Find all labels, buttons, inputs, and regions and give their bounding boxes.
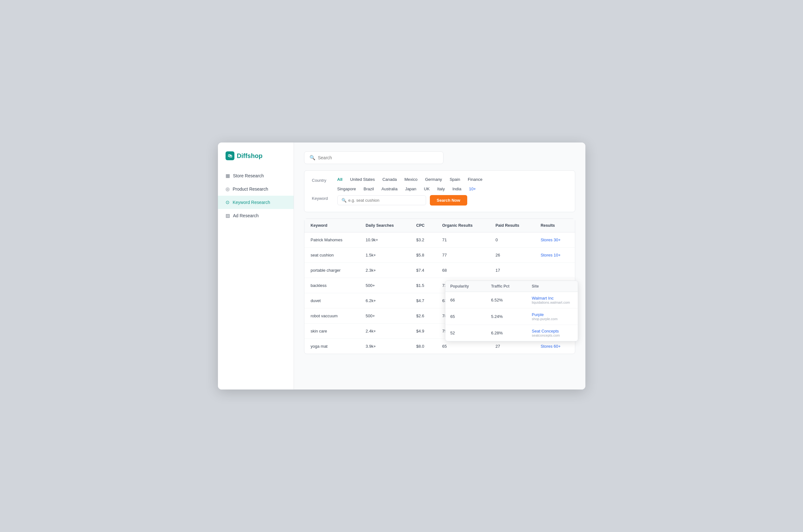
popup-col-site: Site xyxy=(532,284,573,288)
col-organic-results: Organic Results xyxy=(436,219,489,232)
popup-site[interactable]: Walmart Inc liquidations.walmart.com xyxy=(532,296,573,304)
country-tag-united-states[interactable]: United States xyxy=(350,177,375,182)
logo: 🛍 Diffshop xyxy=(218,151,294,169)
country-tag-india[interactable]: India xyxy=(452,187,461,191)
search-now-button[interactable]: Search Now xyxy=(430,195,467,206)
popup-row: 65 5.24% Purple shop.purple.com xyxy=(445,308,578,325)
popup-rows: 66 6.52% Walmart Inc liquidations.walmar… xyxy=(445,292,578,341)
main-content: 🔍 Country AllUnited StatesCanadaMexicoGe… xyxy=(294,142,585,390)
sidebar-item-store-research[interactable]: ▦ Store Research xyxy=(218,169,294,183)
keyword-input[interactable] xyxy=(349,198,422,203)
country-tag-australia[interactable]: Australia xyxy=(381,187,397,191)
cell-paid-results: 26 xyxy=(489,248,534,263)
country-tag-mexico[interactable]: Mexico xyxy=(405,177,417,182)
country-filter-row1: Country AllUnited StatesCanadaMexicoGerm… xyxy=(312,177,567,183)
table-row: Patrick Mahomes10.9k+$3.2710Stores 30+ xyxy=(304,232,575,248)
cell-keyword: Patrick Mahomes xyxy=(304,232,359,248)
popup-site-url: seatconcepts.com xyxy=(532,334,573,337)
popup-row: 52 6.28% Seat Concepts seatconcepts.com xyxy=(445,325,578,341)
cell-keyword: duvet xyxy=(304,293,359,308)
sidebar-item-product-research[interactable]: ◎ Product Research xyxy=(218,183,294,196)
top-search-bar[interactable]: 🔍 xyxy=(304,151,444,164)
country-tag-all[interactable]: All xyxy=(337,177,343,182)
country-tag-finance[interactable]: Finance xyxy=(468,177,482,182)
ad-research-label: Ad Research xyxy=(233,213,259,218)
cell-keyword: seat cushion xyxy=(304,248,359,263)
country-tag-germany[interactable]: Germany xyxy=(425,177,442,182)
popup-popularity: 66 xyxy=(450,298,491,302)
keyword-input-wrap: 🔍 xyxy=(337,195,426,205)
cell-daily-searches: 500+ xyxy=(359,308,410,324)
popup-col-traffic: Traffic Pct xyxy=(491,284,532,288)
country-filter-row2: SingaporeBrazilAustraliaJapanUKItalyIndi… xyxy=(312,187,567,191)
country-tag-japan[interactable]: Japan xyxy=(405,187,416,191)
cell-organic-results: 77 xyxy=(436,248,489,263)
cell-cpc: $4.9 xyxy=(410,324,436,339)
cell-daily-searches: 1.5k+ xyxy=(359,248,410,263)
cell-cpc: $8.0 xyxy=(410,339,436,354)
cell-cpc: $7.4 xyxy=(410,263,436,278)
logo-icon: 🛍 xyxy=(226,151,235,160)
product-research-icon: ◎ xyxy=(226,186,230,192)
table-header: KeywordDaily SearchesCPCOrganic ResultsP… xyxy=(304,219,575,232)
sidebar-item-keyword-research[interactable]: ⊙ Keyword Research xyxy=(218,196,294,209)
popup-site-url: liquidations.walmart.com xyxy=(532,301,573,304)
table-row: portable charger2.3k+$7.46817 xyxy=(304,263,575,278)
country-tag-italy[interactable]: Italy xyxy=(437,187,445,191)
country-tag-canada[interactable]: Canada xyxy=(382,177,397,182)
cell-cpc: $4.7 xyxy=(410,293,436,308)
country-tag-uk[interactable]: UK xyxy=(424,187,430,191)
nav-list: ▦ Store Research◎ Product Research⊙ Keyw… xyxy=(218,169,294,222)
keyword-label: Keyword xyxy=(312,195,337,201)
country-tags-row1: AllUnited StatesCanadaMexicoGermanySpain… xyxy=(337,177,567,182)
cell-keyword: yoga mat xyxy=(304,339,359,354)
cell-keyword: portable charger xyxy=(304,263,359,278)
keyword-research-label: Keyword Research xyxy=(233,200,270,205)
product-research-label: Product Research xyxy=(233,187,268,192)
cell-daily-searches: 10.9k+ xyxy=(359,232,410,248)
cell-daily-searches: 3.9k+ xyxy=(359,339,410,354)
cell-daily-searches: 2.3k+ xyxy=(359,263,410,278)
popup-site[interactable]: Purple shop.purple.com xyxy=(532,312,573,321)
store-popup: Popularity Traffic Pct Site 66 6.52% Wal… xyxy=(445,281,578,341)
popup-site-name[interactable]: Seat Concepts xyxy=(532,329,573,334)
cell-organic-results: 68 xyxy=(436,263,489,278)
results-link[interactable]: Stores 30+ xyxy=(535,232,575,248)
sidebar: 🛍 Diffshop ▦ Store Research◎ Product Res… xyxy=(218,142,294,390)
popup-col-popularity: Popularity xyxy=(450,284,491,288)
popup-traffic: 5.24% xyxy=(491,314,532,319)
keyword-search-icon: 🔍 xyxy=(341,198,347,203)
country-tag-spain[interactable]: Spain xyxy=(449,177,460,182)
popup-site-name[interactable]: Purple xyxy=(532,312,573,317)
popup-header: Popularity Traffic Pct Site xyxy=(445,281,578,292)
keyword-research-icon: ⊙ xyxy=(226,200,230,205)
cell-results xyxy=(535,263,575,278)
popup-popularity: 65 xyxy=(450,314,491,319)
results-table-section: KeywordDaily SearchesCPCOrganic ResultsP… xyxy=(304,218,575,354)
popup-site[interactable]: Seat Concepts seatconcepts.com xyxy=(532,329,573,337)
results-link[interactable]: Stores 10+ xyxy=(535,248,575,263)
country-more[interactable]: 10+ xyxy=(469,187,476,191)
cell-cpc: $2.6 xyxy=(410,308,436,324)
cell-keyword: skin care xyxy=(304,324,359,339)
popup-traffic: 6.28% xyxy=(491,330,532,335)
country-tag-brazil[interactable]: Brazil xyxy=(363,187,374,191)
cell-keyword: robot vaccuum xyxy=(304,308,359,324)
cell-organic-results: 71 xyxy=(436,232,489,248)
search-icon: 🔍 xyxy=(310,155,316,160)
app-window: 🛍 Diffshop ▦ Store Research◎ Product Res… xyxy=(218,142,585,390)
country-tags-row2: SingaporeBrazilAustraliaJapanUKItalyIndi… xyxy=(337,187,567,191)
col-daily-searches: Daily Searches xyxy=(359,219,410,232)
sidebar-item-ad-research[interactable]: ▨ Ad Research xyxy=(218,209,294,222)
cell-cpc: $3.2 xyxy=(410,232,436,248)
popup-traffic: 6.52% xyxy=(491,298,532,302)
col-keyword: Keyword xyxy=(304,219,359,232)
cell-daily-searches: 6.2k+ xyxy=(359,293,410,308)
cell-cpc: $5.8 xyxy=(410,248,436,263)
country-tag-singapore[interactable]: Singapore xyxy=(337,187,356,191)
popup-site-name[interactable]: Walmart Inc xyxy=(532,296,573,301)
top-search-input[interactable] xyxy=(318,155,438,160)
keyword-filter-row: Keyword 🔍 Search Now xyxy=(312,195,567,206)
cell-daily-searches: 500+ xyxy=(359,278,410,293)
table-row: seat cushion1.5k+$5.87726Stores 10+ xyxy=(304,248,575,263)
